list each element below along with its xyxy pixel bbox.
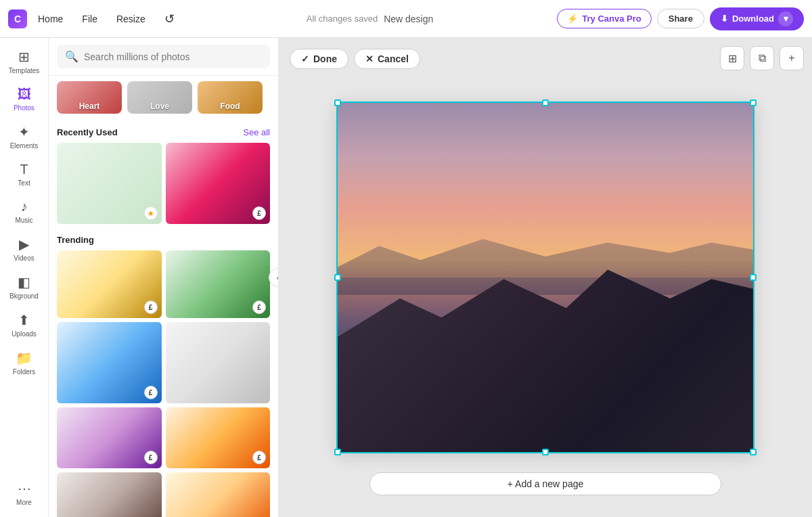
- chip-love[interactable]: Love: [127, 81, 192, 114]
- handle-top-middle[interactable]: [542, 99, 549, 106]
- uploads-icon: ⬆: [18, 312, 30, 328]
- resize-button[interactable]: Resize: [108, 9, 154, 28]
- topbar-left: C Home File Resize ↺: [8, 7, 183, 30]
- recently-used-item-leaf[interactable]: ★: [57, 143, 162, 224]
- sidebar-item-background[interactable]: ◧ Bkground: [3, 269, 46, 305]
- recently-used-header: Recently Used See all: [57, 127, 270, 137]
- more-icon: ⋯: [18, 480, 31, 497]
- download-icon: ⬇: [721, 14, 728, 24]
- sidebar-icons: ⊞ Templates 🖼 Photos ✦ Elements T Text ♪…: [0, 38, 49, 517]
- add-button[interactable]: +: [780, 46, 804, 70]
- photos-icon: 🖼: [18, 87, 31, 102]
- home-button[interactable]: Home: [30, 9, 71, 28]
- trending-header: Trending: [57, 235, 270, 245]
- search-box[interactable]: 🔍: [57, 45, 270, 68]
- main-layout: ⊞ Templates 🖼 Photos ✦ Elements T Text ♪…: [0, 38, 812, 517]
- photos-search-area: 🔍: [49, 38, 278, 76]
- trending-item-kitchen-man[interactable]: £: [57, 250, 162, 318]
- trending-item-person-white[interactable]: [166, 322, 271, 403]
- elements-label: Elements: [10, 142, 39, 150]
- trending-grid: £ £ £ £: [57, 250, 270, 517]
- handle-bottom-left[interactable]: [334, 449, 341, 455]
- design-canvas[interactable]: [336, 102, 754, 453]
- file-button[interactable]: File: [74, 9, 106, 28]
- templates-icon: ⊞: [18, 49, 30, 65]
- cancel-label: Cancel: [378, 53, 409, 64]
- trending-item-fireplace[interactable]: £: [166, 407, 271, 468]
- add-page-button[interactable]: + Add a new page: [369, 472, 721, 495]
- photos-panel: 🔍 Heart Love Food Recently Used: [49, 38, 279, 517]
- trending-item-chef-man[interactable]: [166, 472, 271, 517]
- background-label: Bkground: [9, 292, 39, 300]
- design-canvas-inner: [338, 103, 753, 452]
- recently-used-title: Recently Used: [57, 127, 118, 137]
- done-checkmark-icon: ✓: [301, 53, 309, 64]
- cancel-x-icon: ✕: [365, 53, 374, 64]
- chip-love-label: Love: [127, 100, 192, 114]
- share-button[interactable]: Share: [657, 9, 704, 28]
- download-button[interactable]: ⬇ Download ▾: [710, 7, 804, 30]
- handle-bottom-middle[interactable]: [542, 449, 549, 455]
- undo-button[interactable]: ↺: [156, 7, 183, 30]
- chip-food[interactable]: Food: [198, 81, 263, 114]
- sidebar-item-more[interactable]: ⋯ More: [3, 475, 46, 512]
- handle-middle-right[interactable]: [750, 274, 757, 281]
- chip-food-label: Food: [198, 100, 263, 114]
- canvas-area[interactable]: ✓ Done ✕ Cancel ⊞ ⧉ +: [279, 38, 812, 517]
- more-label: More: [16, 499, 32, 506]
- sidebar-item-photos[interactable]: 🖼 Photos: [3, 81, 46, 117]
- trending-item-library[interactable]: [57, 472, 162, 517]
- search-icon: 🔍: [65, 50, 78, 63]
- handle-middle-left[interactable]: [334, 274, 341, 281]
- trending-item-earth-hands[interactable]: £: [57, 322, 162, 403]
- topbar-center: All changes saved New design: [188, 13, 552, 25]
- add-page-label: + Add a new page: [508, 478, 584, 489]
- handle-top-right[interactable]: [750, 99, 757, 106]
- sidebar-item-templates[interactable]: ⊞ Templates: [3, 43, 46, 80]
- handle-bottom-right[interactable]: [750, 449, 757, 455]
- paid-badge: £: [252, 451, 266, 464]
- text-label: Text: [18, 179, 30, 187]
- try-canva-pro-button[interactable]: ⚡ Try Canva Pro: [557, 9, 651, 28]
- music-label: Music: [15, 217, 32, 224]
- sidebar-item-uploads[interactable]: ⬆ Uploads: [3, 307, 46, 343]
- resize-label: Resize: [116, 14, 145, 24]
- trending-item-flowers-sink[interactable]: £: [57, 407, 162, 468]
- design-title: New design: [384, 14, 433, 24]
- sidebar-item-music[interactable]: ♪ Music: [3, 194, 46, 229]
- category-chips: Heart Love Food: [49, 76, 278, 119]
- videos-icon: ▶: [19, 236, 29, 252]
- folders-label: Folders: [13, 368, 35, 376]
- topbar-right: ⚡ Try Canva Pro Share ⬇ Download ▾: [557, 7, 804, 30]
- grid-view-button[interactable]: ⊞: [720, 46, 744, 70]
- templates-label: Templates: [9, 67, 40, 74]
- videos-label: Videos: [14, 254, 34, 262]
- sunset-photo: [338, 103, 753, 452]
- uploads-label: Uploads: [12, 330, 37, 338]
- chip-heart[interactable]: Heart: [57, 81, 122, 114]
- trending-item-outdoor-group[interactable]: £: [166, 250, 271, 318]
- sidebar-item-elements[interactable]: ✦ Elements: [3, 118, 46, 155]
- download-chevron-icon[interactable]: ▾: [778, 12, 793, 26]
- sidebar-item-videos[interactable]: ▶ Videos: [3, 231, 46, 267]
- sidebar-item-text[interactable]: T Text: [3, 156, 46, 192]
- done-button[interactable]: ✓ Done: [290, 49, 348, 69]
- copy-button[interactable]: ⧉: [750, 46, 774, 70]
- panel-content: Recently Used See all ★ £ Trending: [49, 119, 278, 517]
- paid-badge: £: [252, 300, 266, 314]
- search-input[interactable]: [84, 51, 262, 62]
- canva-pro-label: Try Canva Pro: [582, 14, 641, 24]
- paid-badge: £: [144, 386, 158, 399]
- cancel-button[interactable]: ✕ Cancel: [354, 49, 420, 69]
- handle-top-left[interactable]: [334, 99, 341, 106]
- see-all-recently-used[interactable]: See all: [243, 127, 270, 137]
- done-label: Done: [313, 53, 337, 64]
- recently-used-item-flowers[interactable]: £: [166, 143, 271, 224]
- elements-icon: ✦: [18, 124, 30, 140]
- recently-used-grid: ★ £: [57, 143, 270, 224]
- paid-badge: £: [144, 300, 158, 314]
- canva-logo: C: [8, 9, 27, 28]
- photos-label: Photos: [14, 104, 35, 112]
- sidebar-item-folders[interactable]: 📁 Folders: [3, 344, 46, 381]
- download-label: Download: [732, 14, 774, 24]
